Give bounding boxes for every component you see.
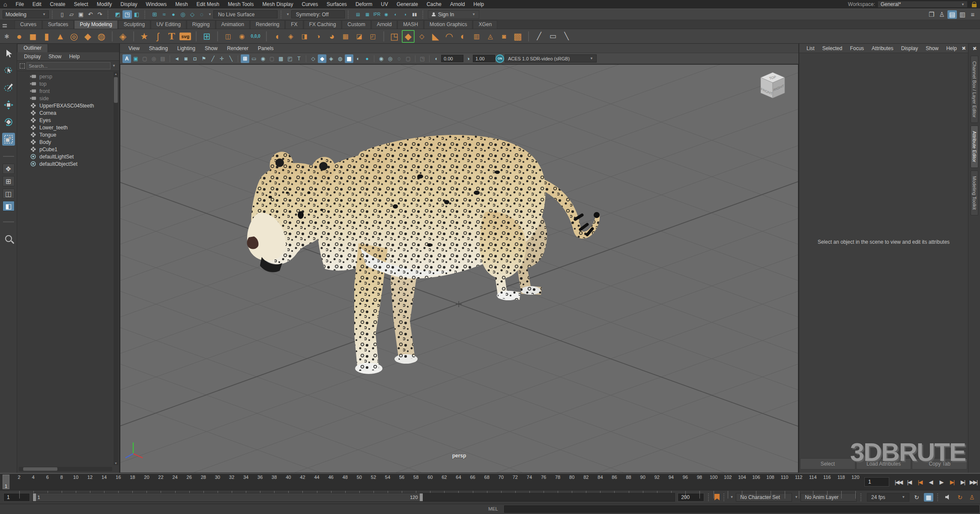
- viewport-canvas[interactable]: TOP FRONT RIGHT persp: [120, 64, 798, 473]
- multi-cut-icon[interactable]: ◆: [402, 30, 415, 43]
- command-input[interactable]: [504, 505, 979, 513]
- fps-select[interactable]: 24 fps ▼: [867, 493, 909, 502]
- scene-3d[interactable]: [120, 65, 798, 472]
- menu-item[interactable]: Windows: [142, 0, 171, 9]
- safe-action-icon[interactable]: ◰: [286, 54, 294, 63]
- modeling-toolkit-icon[interactable]: ⊞: [200, 30, 213, 43]
- redo-icon[interactable]: ↷: [95, 10, 105, 19]
- screen-space-ao-icon[interactable]: ●: [363, 54, 371, 63]
- poly-cylinder-icon[interactable]: ▮: [40, 30, 53, 43]
- scale-tool[interactable]: [2, 133, 15, 146]
- menu-item[interactable]: Cache: [422, 0, 446, 9]
- poly-disc-icon[interactable]: ◍: [95, 30, 108, 43]
- attribute-editor-menu-item[interactable]: Attributes: [868, 45, 897, 51]
- home-icon[interactable]: ⌂: [3, 0, 7, 9]
- poly-sphere-icon[interactable]: ●: [13, 30, 26, 43]
- layout-outliner-persp[interactable]: ◧: [3, 201, 15, 211]
- field-chart-icon[interactable]: ▩: [277, 54, 285, 63]
- pan-zoom-icon[interactable]: ✛: [218, 54, 226, 63]
- shaded-mode-icon[interactable]: ◆: [318, 54, 326, 63]
- chevron-down-icon[interactable]: ▼: [730, 495, 733, 499]
- camera-attributes-icon[interactable]: ◎: [149, 54, 158, 63]
- gamma-field[interactable]: 1.00: [473, 55, 495, 62]
- viewport-menu-item[interactable]: View: [124, 45, 144, 51]
- outliner-menu-item[interactable]: Display: [21, 54, 44, 60]
- range-end-handle[interactable]: [420, 493, 423, 501]
- offset-edge-loop-icon[interactable]: ◬: [484, 30, 497, 43]
- outliner-item[interactable]: defaultObjectSet: [30, 160, 119, 167]
- outliner-item[interactable]: UpperFBXASC045teeth: [30, 102, 119, 109]
- view-cube[interactable]: TOP FRONT RIGHT: [759, 71, 786, 102]
- workspace-select[interactable]: General* ▼: [878, 1, 968, 8]
- outliner-item[interactable]: front: [30, 87, 119, 95]
- menu-item[interactable]: Surfaces: [323, 0, 351, 9]
- exposure-field[interactable]: 0.00: [441, 55, 463, 62]
- playhead[interactable]: 1: [3, 475, 9, 489]
- connect-icon[interactable]: ◇: [415, 30, 428, 43]
- menu-item[interactable]: Deform: [351, 0, 376, 9]
- attribute-editor-menu-item[interactable]: List: [803, 45, 819, 51]
- select-component-icon[interactable]: ◧: [132, 10, 141, 19]
- view-transform-select[interactable]: ACES 1.0 SDR-video (sRGB) ▼: [505, 54, 597, 63]
- menu-item[interactable]: Edit: [28, 0, 46, 9]
- undo-icon[interactable]: ↶: [86, 10, 95, 19]
- pencil-curve-icon[interactable]: ╲: [560, 30, 573, 43]
- move-tool[interactable]: [2, 99, 15, 111]
- attribute-editor-menu-item[interactable]: Selected: [819, 45, 846, 51]
- camera-light-icon[interactable]: ◘: [191, 54, 199, 63]
- gate-mask-icon[interactable]: ▢: [268, 54, 276, 63]
- menu-item[interactable]: Mesh Display: [258, 0, 297, 9]
- insert-edge-loop-icon[interactable]: ▥: [470, 30, 483, 43]
- outliner-menu-item[interactable]: Show: [45, 54, 65, 60]
- snap-projected-center-icon[interactable]: ◎: [178, 10, 188, 19]
- side-tab[interactable]: Channel Box / Layer Editor: [971, 56, 978, 123]
- menu-item[interactable]: Edit Mesh: [192, 0, 224, 9]
- lock-workspace-icon[interactable]: [972, 2, 977, 7]
- zero-transform-icon[interactable]: 0,0,0: [249, 30, 262, 43]
- shelf-tab[interactable]: Rigging: [187, 20, 215, 29]
- shelf-tab[interactable]: MASH: [397, 20, 424, 29]
- resolution-gate-icon[interactable]: ◉: [259, 54, 267, 63]
- select-object-icon[interactable]: ◳: [122, 10, 132, 19]
- ipr-render-icon[interactable]: IPR: [372, 10, 382, 19]
- color-management-toggle[interactable]: ON: [496, 54, 504, 63]
- side-tab[interactable]: Attribute Editor: [971, 126, 978, 168]
- go-to-start-button[interactable]: |◀◀: [893, 476, 903, 487]
- outliner-item[interactable]: top: [30, 80, 119, 87]
- menu-item[interactable]: Display: [116, 0, 141, 9]
- divider[interactable]: [133, 31, 134, 42]
- sep[interactable]: [306, 55, 306, 62]
- animation-prefs-icon[interactable]: ♙: [967, 493, 977, 502]
- menu-item[interactable]: UV: [376, 0, 392, 9]
- sculpt-icon[interactable]: ◕: [326, 30, 338, 43]
- boolean-icon[interactable]: ◐: [457, 30, 469, 43]
- render-current-frame-icon[interactable]: ▦: [363, 10, 372, 19]
- sync-icon[interactable]: ↻: [955, 493, 965, 502]
- outliner-item[interactable]: Lower_teeth: [30, 124, 119, 131]
- textured-mode-icon[interactable]: ◍: [336, 54, 344, 63]
- snap-together-icon[interactable]: ◉: [236, 30, 248, 43]
- play-backward-button[interactable]: ◀: [926, 476, 935, 487]
- selection-highlight-icon[interactable]: A: [122, 54, 131, 63]
- range-start-handle[interactable]: [33, 493, 36, 501]
- viewport-menu-item[interactable]: Shading: [145, 45, 172, 51]
- viewport-menu-item[interactable]: Lighting: [173, 45, 200, 51]
- attribute-editor-menu-item[interactable]: Show: [922, 45, 942, 51]
- wireframe-on-shaded-icon[interactable]: ◈: [327, 54, 335, 63]
- film-gate-icon[interactable]: ▭: [250, 54, 258, 63]
- shelf-tab[interactable]: XGen: [473, 20, 497, 29]
- layer-stack-toggle-icon[interactable]: ≡: [968, 10, 977, 19]
- anim-layer-select[interactable]: No Anim Layer: [801, 493, 857, 502]
- live-surface-field[interactable]: No Live Surface: [213, 10, 278, 18]
- shelf-tab[interactable]: Custom: [342, 20, 370, 29]
- side-tab[interactable]: Modeling Toolkit: [971, 170, 978, 215]
- rotate-tool[interactable]: [2, 116, 15, 128]
- target-weld-icon[interactable]: ◙: [498, 30, 511, 43]
- outliner-item[interactable]: Tongue: [30, 131, 119, 138]
- attribute-editor-toggle-icon[interactable]: ▥: [958, 10, 967, 19]
- bevel-icon[interactable]: ◣: [429, 30, 442, 43]
- safe-title-icon[interactable]: T: [295, 54, 303, 63]
- shelf-tab[interactable]: Poly Modeling: [74, 20, 117, 29]
- footer-button[interactable]: Load Attributes: [856, 458, 911, 469]
- command-language-label[interactable]: MEL: [488, 505, 498, 511]
